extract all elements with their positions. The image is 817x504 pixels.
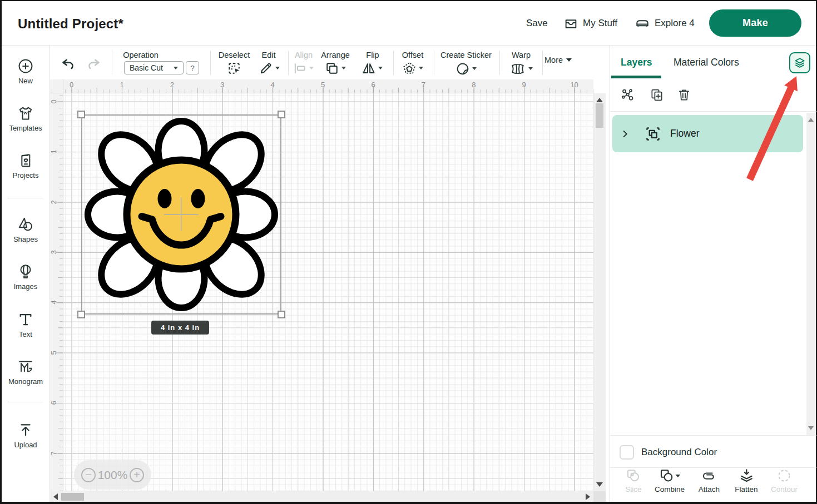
scroll-up-arrow[interactable] xyxy=(596,98,603,102)
create-sticker-dropdown-caret[interactable] xyxy=(472,67,477,70)
background-color-row: Background Color xyxy=(610,435,816,467)
sidebar-item-images[interactable]: Images xyxy=(2,263,49,291)
duplicate-button[interactable] xyxy=(649,87,665,103)
scroll-down-arrow[interactable] xyxy=(596,482,603,487)
layers-stack-icon xyxy=(793,56,806,69)
layer-row-flower[interactable]: Flower xyxy=(612,115,803,152)
panel-separator xyxy=(610,111,816,112)
slice-button: Slice xyxy=(624,467,643,493)
toolbar-divider xyxy=(499,51,500,75)
monogram-icon xyxy=(2,358,49,376)
vertical-scrollbar[interactable] xyxy=(593,93,606,491)
operation-select[interactable]: Basic Cut xyxy=(124,61,184,74)
chevron-down-icon xyxy=(566,58,572,62)
selection-size-badge: 4 in x 4 in xyxy=(151,321,209,335)
shapes-icon xyxy=(2,216,49,233)
deselect-button[interactable] xyxy=(226,61,242,76)
tab-layers[interactable]: Layers xyxy=(621,57,652,68)
toolbar-divider xyxy=(112,51,112,75)
toolbar-divider xyxy=(542,51,543,75)
flatten-button[interactable]: Flatten xyxy=(735,467,757,493)
flip-label: Flip xyxy=(366,51,379,59)
sidebar-item-monogram[interactable]: Monogram xyxy=(2,358,49,386)
scroll-right-arrow[interactable] xyxy=(586,493,590,500)
more-button[interactable]: More xyxy=(544,56,572,64)
upload-icon xyxy=(2,421,49,439)
sidebar-item-projects[interactable]: Projects xyxy=(2,152,49,179)
active-tab-underline xyxy=(611,76,661,78)
flip-button[interactable] xyxy=(361,61,377,76)
sidebar-item-templates[interactable]: Templates xyxy=(2,104,49,132)
canvas-grid[interactable]: 4 in x 4 in − 100% + xyxy=(63,93,593,491)
layer-actions-bar: Slice Combine Attach Flatten Contour xyxy=(610,467,816,502)
warp-dropdown-caret[interactable] xyxy=(528,67,533,70)
sidebar-item-text[interactable]: Text xyxy=(2,311,49,338)
flatten-icon xyxy=(735,467,757,484)
my-stuff-button[interactable]: My Stuff xyxy=(564,1,617,46)
undo-button[interactable] xyxy=(60,57,76,73)
arrange-button[interactable] xyxy=(324,61,340,76)
align-button xyxy=(292,61,308,76)
edit-toolbar: Operation Basic Cut ? Deselect Edit Alig… xyxy=(50,46,610,79)
selection-handle-sw[interactable] xyxy=(77,311,85,318)
sidebar-item-shapes[interactable]: Shapes xyxy=(2,216,49,243)
sidebar-divider xyxy=(8,402,43,402)
edit-dropdown-caret[interactable] xyxy=(275,67,280,69)
contour-icon xyxy=(771,467,798,484)
vertical-scroll-thumb[interactable] xyxy=(596,103,603,128)
redo-button[interactable] xyxy=(86,57,102,73)
chevron-right-icon[interactable] xyxy=(619,128,631,140)
sidebar-item-upload[interactable]: Upload xyxy=(2,421,49,449)
zoom-control: − 100% + xyxy=(74,460,151,490)
selection-handle-nw[interactable] xyxy=(77,111,85,118)
zoom-in-button[interactable]: + xyxy=(130,468,144,482)
offset-button[interactable] xyxy=(402,61,417,76)
scroll-left-arrow[interactable] xyxy=(53,493,58,500)
list-scroll-down-arrow[interactable] xyxy=(808,426,814,430)
list-scroll-up-arrow[interactable] xyxy=(808,118,814,122)
make-button[interactable]: Make xyxy=(709,9,801,37)
color-sync-button[interactable] xyxy=(620,87,636,103)
create-sticker-label: Create Sticker xyxy=(440,51,492,59)
arrange-label: Arrange xyxy=(321,51,350,59)
tab-material-colors[interactable]: Material Colors xyxy=(674,57,739,68)
warp-label: Warp xyxy=(512,51,531,59)
sidebar-item-new[interactable]: New xyxy=(2,57,49,85)
selection-handle-se[interactable] xyxy=(278,311,285,318)
attach-button[interactable]: Attach xyxy=(699,467,720,493)
background-color-label: Background Color xyxy=(641,447,717,458)
text-icon xyxy=(2,311,49,328)
create-sticker-button[interactable] xyxy=(455,61,471,77)
horizontal-scroll-thumb[interactable] xyxy=(61,493,84,501)
ruler-corner xyxy=(50,79,63,93)
combine-button[interactable]: Combine xyxy=(655,467,685,493)
toolbar-divider xyxy=(434,51,434,75)
offset-dropdown-caret[interactable] xyxy=(419,67,423,69)
arrange-dropdown-caret[interactable] xyxy=(341,67,346,69)
group-icon xyxy=(643,124,662,143)
background-color-checkbox[interactable] xyxy=(620,445,634,460)
vertical-ruler: 0 1 2 3 4 5 6 7 xyxy=(50,93,63,491)
toolbar-divider xyxy=(288,51,289,75)
horizontal-ruler: 0 1 2 3 4 5 6 7 8 9 10 xyxy=(63,79,593,93)
explore-machine-button[interactable]: Explore 4 xyxy=(635,1,695,46)
projects-icon xyxy=(2,152,49,169)
zoom-out-button[interactable]: − xyxy=(81,468,96,482)
help-button[interactable]: ? xyxy=(186,61,199,74)
selection-box[interactable] xyxy=(81,114,281,315)
horizontal-scrollbar[interactable] xyxy=(50,491,593,502)
edit-button[interactable] xyxy=(258,61,274,76)
warp-button[interactable] xyxy=(510,61,526,77)
design-canvas: 0 1 2 3 4 5 6 7 8 9 10 0 1 2 3 4 5 6 7 xyxy=(50,79,610,502)
flip-dropdown-caret[interactable] xyxy=(378,67,383,69)
delete-button[interactable] xyxy=(676,87,692,103)
toolbar-divider xyxy=(210,51,211,75)
selection-handle-ne[interactable] xyxy=(278,111,285,118)
layer-tools-row xyxy=(610,79,816,111)
my-stuff-icon xyxy=(564,17,578,31)
layers-panel-toggle-button[interactable] xyxy=(789,52,810,73)
save-button[interactable]: Save xyxy=(526,1,548,46)
zoom-level: 100% xyxy=(98,468,128,482)
layer-list-scrollbar[interactable] xyxy=(806,113,816,435)
edit-label: Edit xyxy=(262,51,276,59)
